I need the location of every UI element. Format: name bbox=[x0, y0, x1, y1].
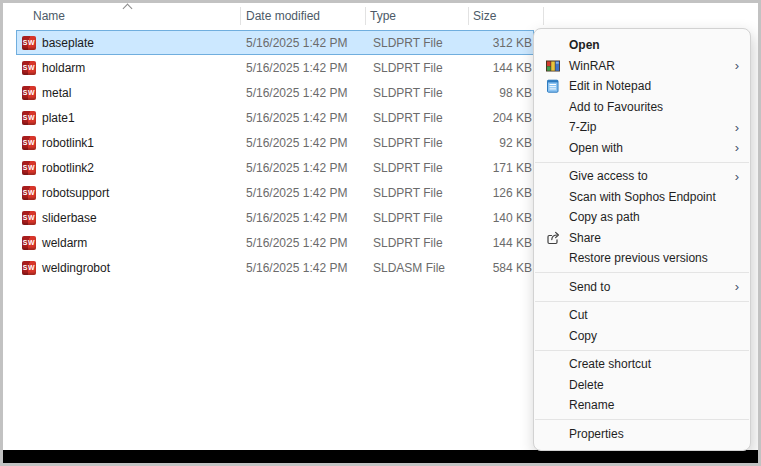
menu-item-copy-as-path[interactable]: Copy as path bbox=[534, 207, 750, 228]
icon-slot bbox=[545, 397, 561, 413]
menu-item-rename[interactable]: Rename bbox=[534, 395, 750, 416]
solidworks-icon: SW bbox=[22, 61, 36, 75]
menu-item-label: WinRAR bbox=[569, 59, 729, 73]
file-size: 312 KB bbox=[367, 36, 532, 50]
icon-slot bbox=[545, 307, 561, 323]
menu-item-open[interactable]: Open bbox=[534, 35, 750, 56]
file-row-plate1[interactable]: SW plate1 5/16/2025 1:42 PM SLDPRT File … bbox=[16, 105, 534, 130]
file-row-sliderbase[interactable]: SW sliderbase 5/16/2025 1:42 PM SLDPRT F… bbox=[16, 205, 534, 230]
icon-slot bbox=[545, 168, 561, 184]
menu-item-copy[interactable]: Copy bbox=[534, 326, 750, 347]
menu-item-send-to[interactable]: Send to bbox=[534, 277, 750, 298]
winrar-icon bbox=[545, 58, 561, 74]
share-icon bbox=[545, 230, 561, 246]
solidworks-icon: SW bbox=[22, 236, 36, 250]
submenu-chevron-icon bbox=[729, 170, 739, 183]
menu-item-edit-in-notepad[interactable]: Edit in Notepad bbox=[534, 76, 750, 97]
explorer-window: Name Date modified Type Size SW baseplat… bbox=[0, 0, 761, 466]
icon-slot bbox=[545, 377, 561, 393]
menu-item-label: Share bbox=[569, 231, 729, 245]
menu-separator bbox=[535, 272, 749, 273]
file-date-modified: 5/16/2025 1:42 PM bbox=[246, 111, 347, 125]
icon-slot bbox=[545, 356, 561, 372]
solidworks-icon: SW bbox=[22, 111, 36, 125]
column-header-date-modified[interactable]: Date modified bbox=[246, 9, 320, 23]
icon-slot bbox=[545, 279, 561, 295]
menu-item-label: Rename bbox=[569, 398, 729, 412]
file-size: 92 KB bbox=[367, 136, 532, 150]
bottom-black-bar bbox=[3, 450, 758, 463]
file-size: 144 KB bbox=[367, 61, 532, 75]
menu-item-label: Create shortcut bbox=[569, 357, 729, 371]
column-header-name[interactable]: Name bbox=[33, 9, 65, 23]
menu-item-give-access-to[interactable]: Give access to bbox=[534, 166, 750, 187]
solidworks-icon: SW bbox=[22, 161, 36, 175]
column-header-type[interactable]: Type bbox=[370, 9, 396, 23]
menu-item-label: Restore previous versions bbox=[569, 251, 729, 265]
file-size: 144 KB bbox=[367, 236, 532, 250]
file-row-baseplate[interactable]: SW baseplate 5/16/2025 1:42 PM SLDPRT Fi… bbox=[16, 30, 534, 55]
column-header-size[interactable]: Size bbox=[473, 9, 496, 23]
file-size: 204 KB bbox=[367, 111, 532, 125]
file-row-robotlink2[interactable]: SW robotlink2 5/16/2025 1:42 PM SLDPRT F… bbox=[16, 155, 534, 180]
menu-item-delete[interactable]: Delete bbox=[534, 375, 750, 396]
menu-item-create-shortcut[interactable]: Create shortcut bbox=[534, 354, 750, 375]
file-size: 140 KB bbox=[367, 211, 532, 225]
file-date-modified: 5/16/2025 1:42 PM bbox=[246, 261, 347, 275]
menu-item-properties[interactable]: Properties bbox=[534, 424, 750, 445]
icon-slot bbox=[545, 99, 561, 115]
file-name: sliderbase bbox=[42, 211, 97, 225]
file-name: robotsupport bbox=[42, 186, 109, 200]
file-size: 126 KB bbox=[367, 186, 532, 200]
icon-slot bbox=[545, 189, 561, 205]
file-date-modified: 5/16/2025 1:42 PM bbox=[246, 236, 347, 250]
menu-item-label: Open with bbox=[569, 141, 729, 155]
file-size: 584 KB bbox=[367, 261, 532, 275]
submenu-chevron-icon bbox=[729, 121, 739, 134]
solidworks-icon: SW bbox=[22, 36, 36, 50]
file-size: 171 KB bbox=[367, 161, 532, 175]
solidworks-icon: SW bbox=[22, 261, 36, 275]
column-resize-handle[interactable] bbox=[365, 7, 366, 25]
file-row-holdarm[interactable]: SW holdarm 5/16/2025 1:42 PM SLDPRT File… bbox=[16, 55, 534, 80]
file-date-modified: 5/16/2025 1:42 PM bbox=[246, 86, 347, 100]
icon-slot bbox=[545, 119, 561, 135]
file-row-weldingrobot[interactable]: SW weldingrobot 5/16/2025 1:42 PM SLDASM… bbox=[16, 255, 534, 280]
column-resize-handle[interactable] bbox=[468, 7, 469, 25]
file-name: plate1 bbox=[42, 111, 75, 125]
submenu-chevron-icon bbox=[729, 141, 739, 154]
icon-slot bbox=[545, 209, 561, 225]
menu-item-7-zip[interactable]: 7-Zip bbox=[534, 117, 750, 138]
file-name: metal bbox=[42, 86, 71, 100]
solidworks-icon: SW bbox=[22, 211, 36, 225]
menu-item-share[interactable]: Share bbox=[534, 228, 750, 249]
icon-slot bbox=[545, 426, 561, 442]
menu-item-add-to-favourites[interactable]: Add to Favourites bbox=[534, 97, 750, 118]
file-row-weldarm[interactable]: SW weldarm 5/16/2025 1:42 PM SLDPRT File… bbox=[16, 230, 534, 255]
menu-item-winrar[interactable]: WinRAR bbox=[534, 56, 750, 77]
file-row-robotsupport[interactable]: SW robotsupport 5/16/2025 1:42 PM SLDPRT… bbox=[16, 180, 534, 205]
file-name: weldingrobot bbox=[42, 261, 110, 275]
menu-item-scan-with-sophos-endpoint[interactable]: Scan with Sophos Endpoint bbox=[534, 187, 750, 208]
column-resize-handle[interactable] bbox=[543, 7, 544, 25]
sort-ascending-icon bbox=[123, 4, 133, 14]
menu-separator bbox=[535, 350, 749, 351]
menu-item-label: Cut bbox=[569, 308, 729, 322]
icon-slot bbox=[545, 140, 561, 156]
menu-item-restore-previous-versions[interactable]: Restore previous versions bbox=[534, 248, 750, 269]
file-date-modified: 5/16/2025 1:42 PM bbox=[246, 136, 347, 150]
menu-item-open-with[interactable]: Open with bbox=[534, 138, 750, 159]
file-name: weldarm bbox=[42, 236, 87, 250]
menu-item-label: 7-Zip bbox=[569, 120, 729, 134]
context-menu: Open WinRAR Edit in Notepad Add to Favou… bbox=[533, 28, 751, 451]
file-name: holdarm bbox=[42, 61, 85, 75]
file-row-metal[interactable]: SW metal 5/16/2025 1:42 PM SLDPRT File 9… bbox=[16, 80, 534, 105]
solidworks-icon: SW bbox=[22, 136, 36, 150]
submenu-chevron-icon bbox=[729, 59, 739, 72]
menu-separator bbox=[535, 162, 749, 163]
column-resize-handle[interactable] bbox=[240, 7, 241, 25]
file-row-robotlink1[interactable]: SW robotlink1 5/16/2025 1:42 PM SLDPRT F… bbox=[16, 130, 534, 155]
icon-slot bbox=[545, 328, 561, 344]
menu-item-cut[interactable]: Cut bbox=[534, 305, 750, 326]
file-list: SW baseplate 5/16/2025 1:42 PM SLDPRT Fi… bbox=[16, 30, 534, 280]
